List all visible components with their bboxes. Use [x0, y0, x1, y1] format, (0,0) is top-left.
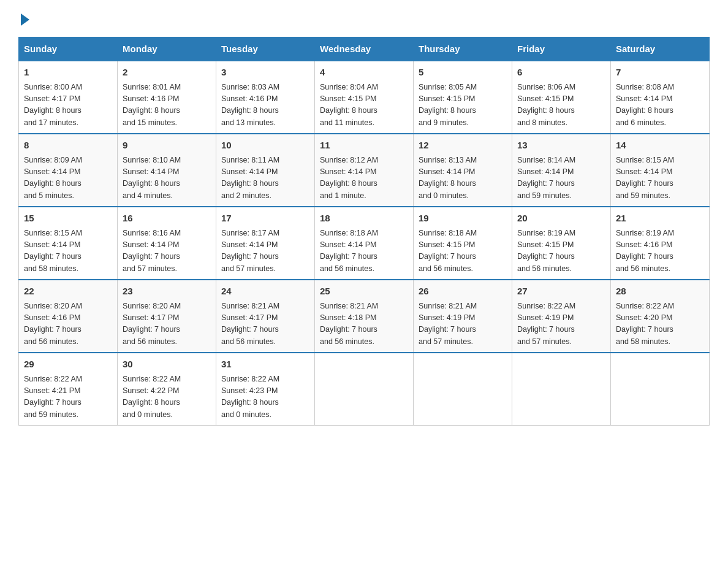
calendar-cell: 1Sunrise: 8:00 AMSunset: 4:17 PMDaylight… [19, 61, 118, 134]
calendar-cell: 27Sunrise: 8:22 AMSunset: 4:19 PMDayligh… [512, 280, 611, 353]
day-number: 27 [517, 285, 605, 299]
col-header-sunday: Sunday [19, 37, 118, 61]
day-info: Sunrise: 8:13 AMSunset: 4:14 PMDaylight:… [419, 155, 507, 202]
calendar-cell: 8Sunrise: 8:09 AMSunset: 4:14 PMDaylight… [19, 134, 118, 207]
day-number: 2 [123, 66, 211, 80]
calendar-cell: 17Sunrise: 8:17 AMSunset: 4:14 PMDayligh… [216, 207, 315, 280]
calendar-cell [414, 353, 512, 426]
day-number: 22 [24, 285, 112, 299]
day-info: Sunrise: 8:12 AMSunset: 4:14 PMDaylight:… [320, 155, 408, 202]
calendar-table: SundayMondayTuesdayWednesdayThursdayFrid… [18, 37, 710, 426]
day-info: Sunrise: 8:15 AMSunset: 4:14 PMDaylight:… [616, 155, 704, 202]
day-number: 23 [123, 285, 211, 299]
day-number: 15 [24, 212, 112, 226]
calendar-header-row: SundayMondayTuesdayWednesdayThursdayFrid… [19, 37, 710, 61]
page-header [18, 12, 710, 26]
day-info: Sunrise: 8:20 AMSunset: 4:17 PMDaylight:… [123, 301, 211, 348]
day-info: Sunrise: 8:21 AMSunset: 4:19 PMDaylight:… [419, 301, 507, 348]
day-number: 5 [419, 66, 507, 80]
calendar-cell: 21Sunrise: 8:19 AMSunset: 4:16 PMDayligh… [611, 207, 710, 280]
day-info: Sunrise: 8:15 AMSunset: 4:14 PMDaylight:… [24, 228, 112, 275]
day-info: Sunrise: 8:19 AMSunset: 4:16 PMDaylight:… [616, 228, 704, 275]
day-info: Sunrise: 8:10 AMSunset: 4:14 PMDaylight:… [123, 155, 211, 202]
day-number: 21 [616, 212, 704, 226]
calendar-cell: 5Sunrise: 8:05 AMSunset: 4:15 PMDaylight… [414, 61, 512, 134]
logo [18, 12, 29, 26]
day-info: Sunrise: 8:20 AMSunset: 4:16 PMDaylight:… [24, 301, 112, 348]
day-info: Sunrise: 8:22 AMSunset: 4:22 PMDaylight:… [123, 373, 211, 421]
calendar-cell: 24Sunrise: 8:21 AMSunset: 4:17 PMDayligh… [216, 280, 315, 353]
col-header-monday: Monday [118, 37, 216, 61]
col-header-wednesday: Wednesday [315, 37, 414, 61]
calendar-cell: 14Sunrise: 8:15 AMSunset: 4:14 PMDayligh… [611, 134, 710, 207]
calendar-cell: 4Sunrise: 8:04 AMSunset: 4:15 PMDaylight… [315, 61, 414, 134]
logo-triangle-icon [21, 13, 29, 26]
calendar-cell [512, 353, 611, 426]
day-number: 3 [221, 66, 309, 80]
day-info: Sunrise: 8:22 AMSunset: 4:23 PMDaylight:… [221, 373, 309, 421]
day-info: Sunrise: 8:14 AMSunset: 4:14 PMDaylight:… [517, 155, 605, 202]
day-number: 30 [123, 358, 211, 372]
calendar-cell: 2Sunrise: 8:01 AMSunset: 4:16 PMDaylight… [118, 61, 216, 134]
day-number: 9 [123, 139, 211, 153]
day-info: Sunrise: 8:22 AMSunset: 4:21 PMDaylight:… [24, 373, 112, 421]
calendar-cell: 23Sunrise: 8:20 AMSunset: 4:17 PMDayligh… [118, 280, 216, 353]
day-number: 28 [616, 285, 704, 299]
day-info: Sunrise: 8:01 AMSunset: 4:16 PMDaylight:… [123, 82, 211, 129]
day-info: Sunrise: 8:03 AMSunset: 4:16 PMDaylight:… [221, 82, 309, 129]
day-info: Sunrise: 8:00 AMSunset: 4:17 PMDaylight:… [24, 82, 112, 129]
day-info: Sunrise: 8:22 AMSunset: 4:19 PMDaylight:… [517, 301, 605, 348]
calendar-cell: 6Sunrise: 8:06 AMSunset: 4:15 PMDaylight… [512, 61, 611, 134]
day-number: 29 [24, 358, 112, 372]
day-number: 6 [517, 66, 605, 80]
day-info: Sunrise: 8:18 AMSunset: 4:14 PMDaylight:… [320, 228, 408, 275]
calendar-cell [611, 353, 710, 426]
calendar-cell: 9Sunrise: 8:10 AMSunset: 4:14 PMDaylight… [118, 134, 216, 207]
day-number: 13 [517, 139, 605, 153]
day-number: 12 [419, 139, 507, 153]
calendar-cell: 28Sunrise: 8:22 AMSunset: 4:20 PMDayligh… [611, 280, 710, 353]
calendar-cell: 16Sunrise: 8:16 AMSunset: 4:14 PMDayligh… [118, 207, 216, 280]
calendar-cell [315, 353, 414, 426]
col-header-tuesday: Tuesday [216, 37, 315, 61]
day-number: 17 [221, 212, 309, 226]
day-info: Sunrise: 8:08 AMSunset: 4:14 PMDaylight:… [616, 82, 704, 129]
col-header-thursday: Thursday [414, 37, 512, 61]
week-row-5: 29Sunrise: 8:22 AMSunset: 4:21 PMDayligh… [19, 353, 710, 426]
day-info: Sunrise: 8:19 AMSunset: 4:15 PMDaylight:… [517, 228, 605, 275]
week-row-4: 22Sunrise: 8:20 AMSunset: 4:16 PMDayligh… [19, 280, 710, 353]
calendar-cell: 20Sunrise: 8:19 AMSunset: 4:15 PMDayligh… [512, 207, 611, 280]
calendar-cell: 3Sunrise: 8:03 AMSunset: 4:16 PMDaylight… [216, 61, 315, 134]
day-number: 11 [320, 139, 408, 153]
day-info: Sunrise: 8:11 AMSunset: 4:14 PMDaylight:… [221, 155, 309, 202]
day-number: 7 [616, 66, 704, 80]
col-header-friday: Friday [512, 37, 611, 61]
calendar-cell: 26Sunrise: 8:21 AMSunset: 4:19 PMDayligh… [414, 280, 512, 353]
day-info: Sunrise: 8:04 AMSunset: 4:15 PMDaylight:… [320, 82, 408, 129]
day-number: 20 [517, 212, 605, 226]
day-info: Sunrise: 8:16 AMSunset: 4:14 PMDaylight:… [123, 228, 211, 275]
day-number: 31 [221, 358, 309, 372]
day-number: 19 [419, 212, 507, 226]
day-info: Sunrise: 8:05 AMSunset: 4:15 PMDaylight:… [419, 82, 507, 129]
calendar-cell: 31Sunrise: 8:22 AMSunset: 4:23 PMDayligh… [216, 353, 315, 426]
calendar-cell: 29Sunrise: 8:22 AMSunset: 4:21 PMDayligh… [19, 353, 118, 426]
day-info: Sunrise: 8:21 AMSunset: 4:17 PMDaylight:… [221, 301, 309, 348]
day-info: Sunrise: 8:22 AMSunset: 4:20 PMDaylight:… [616, 301, 704, 348]
day-number: 18 [320, 212, 408, 226]
day-info: Sunrise: 8:17 AMSunset: 4:14 PMDaylight:… [221, 228, 309, 275]
calendar-cell: 13Sunrise: 8:14 AMSunset: 4:14 PMDayligh… [512, 134, 611, 207]
calendar-cell: 25Sunrise: 8:21 AMSunset: 4:18 PMDayligh… [315, 280, 414, 353]
day-info: Sunrise: 8:21 AMSunset: 4:18 PMDaylight:… [320, 301, 408, 348]
calendar-cell: 11Sunrise: 8:12 AMSunset: 4:14 PMDayligh… [315, 134, 414, 207]
week-row-3: 15Sunrise: 8:15 AMSunset: 4:14 PMDayligh… [19, 207, 710, 280]
day-number: 24 [221, 285, 309, 299]
col-header-saturday: Saturday [611, 37, 710, 61]
day-number: 16 [123, 212, 211, 226]
day-number: 1 [24, 66, 112, 80]
calendar-cell: 12Sunrise: 8:13 AMSunset: 4:14 PMDayligh… [414, 134, 512, 207]
calendar-cell: 22Sunrise: 8:20 AMSunset: 4:16 PMDayligh… [19, 280, 118, 353]
day-number: 4 [320, 66, 408, 80]
day-number: 10 [221, 139, 309, 153]
day-number: 14 [616, 139, 704, 153]
